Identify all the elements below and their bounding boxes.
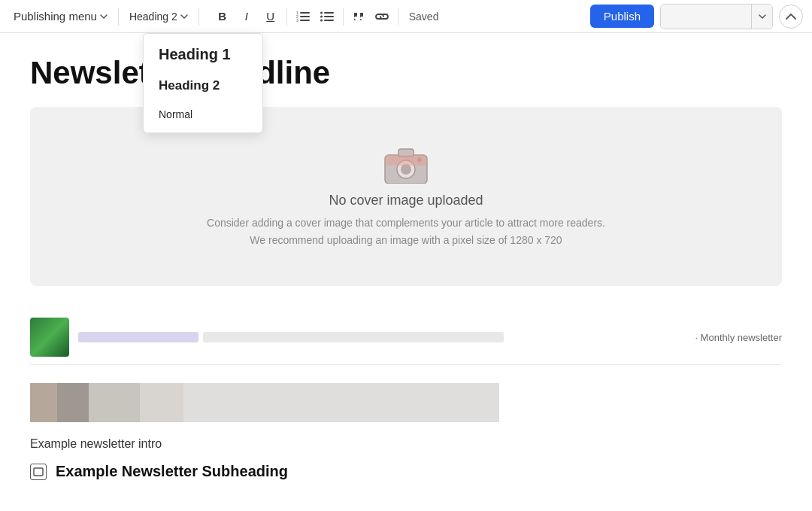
ordered-list-icon: 1 2 3	[296, 11, 310, 22]
italic-button[interactable]: I	[235, 5, 258, 28]
main-content: Newsletter Headline No cover image uploa…	[0, 33, 812, 511]
bar-long-1	[203, 332, 504, 342]
svg-point-10	[320, 15, 323, 17]
svg-rect-18	[34, 468, 43, 476]
svg-rect-2	[300, 20, 310, 21]
svg-point-9	[320, 11, 323, 14]
toolbar-separator-1	[286, 8, 287, 26]
newsletter-subheading-row: Example Newsletter Subheading	[30, 463, 782, 480]
quote-icon	[353, 11, 366, 22]
heading-chevron-icon	[180, 14, 188, 19]
newsletter-intro: Example newsletter intro	[30, 437, 782, 451]
collapse-icon	[786, 13, 796, 20]
publishing-menu-label: Publishing menu	[14, 10, 97, 23]
table-row[interactable]: · Monthly newsletter	[30, 310, 782, 365]
color-block-tan	[30, 383, 57, 422]
svg-rect-6	[324, 12, 334, 14]
collapse-button[interactable]	[779, 5, 803, 29]
draft-select-value[interactable]	[661, 5, 751, 29]
publishing-menu-button[interactable]: Publishing menu	[9, 7, 112, 26]
svg-rect-1	[300, 16, 310, 17]
no-cover-title: No cover image uploaded	[329, 193, 483, 208]
color-block-gray3	[140, 383, 183, 422]
svg-point-14	[401, 164, 411, 175]
subheading-icon	[30, 464, 47, 480]
svg-rect-17	[385, 155, 427, 166]
toolbar-separator-3	[398, 8, 398, 26]
article-thumbnail	[30, 318, 69, 357]
toolbar-right: Publish	[590, 4, 803, 29]
thumbnail-image	[30, 318, 69, 357]
unordered-list-icon	[320, 11, 334, 22]
ordered-list-button[interactable]: 1 2 3	[292, 5, 314, 28]
quote-button[interactable]	[348, 5, 371, 28]
subheading-square-icon	[33, 467, 44, 476]
draft-chevron-icon	[759, 14, 766, 19]
underline-button[interactable]: U	[259, 5, 282, 28]
unordered-list-button[interactable]	[316, 5, 338, 28]
chevron-down-icon	[100, 13, 108, 20]
svg-rect-8	[324, 20, 334, 21]
toolbar-divider-2	[198, 8, 199, 26]
svg-rect-7	[324, 16, 334, 17]
dropdown-item-heading2[interactable]: Heading 2	[144, 71, 262, 101]
heading-select[interactable]: Heading 2	[125, 8, 192, 26]
heading-select-value: Heading 2	[129, 11, 177, 23]
no-cover-desc-2: We recommend uploading an image with a p…	[250, 232, 562, 248]
list-buttons: 1 2 3	[292, 5, 338, 28]
svg-point-11	[320, 19, 323, 21]
color-blocks-row	[30, 383, 782, 422]
article-bar-group	[78, 332, 686, 342]
draft-select-arrow[interactable]	[751, 5, 772, 29]
color-block-gray1	[57, 383, 89, 422]
color-block-gray2	[89, 383, 140, 422]
link-button[interactable]	[371, 5, 393, 28]
bar-purple	[78, 332, 198, 342]
format-buttons: B I U	[211, 5, 282, 28]
camera-icon	[382, 144, 430, 184]
bold-button[interactable]: B	[211, 5, 234, 28]
dropdown-item-normal[interactable]: Normal	[144, 101, 262, 128]
dropdown-item-heading1[interactable]: Heading 1	[144, 38, 262, 71]
toolbar-divider-1	[118, 8, 119, 26]
article-tag: · Monthly newsletter	[695, 332, 782, 343]
svg-rect-0	[300, 12, 310, 14]
heading-dropdown: Heading 1 Heading 2 Normal	[143, 33, 263, 133]
publish-button[interactable]: Publish	[590, 5, 654, 28]
article-list: · Monthly newsletter	[30, 310, 782, 365]
bar-row-1	[78, 332, 686, 342]
svg-text:3: 3	[296, 18, 298, 22]
toolbar-separator-2	[343, 8, 344, 26]
no-cover-desc-1: Consider adding a cover image that compl…	[207, 214, 605, 231]
color-block-gray4	[183, 383, 499, 422]
cover-image-area[interactable]: No cover image uploaded Consider adding …	[30, 107, 782, 286]
link-icon	[375, 12, 389, 21]
toolbar: Publishing menu Heading 2 B I U 1 2 3	[0, 0, 812, 33]
draft-select[interactable]	[660, 4, 773, 29]
newsletter-subheading: Example Newsletter Subheading	[56, 463, 288, 480]
saved-indicator: Saved	[409, 11, 439, 23]
